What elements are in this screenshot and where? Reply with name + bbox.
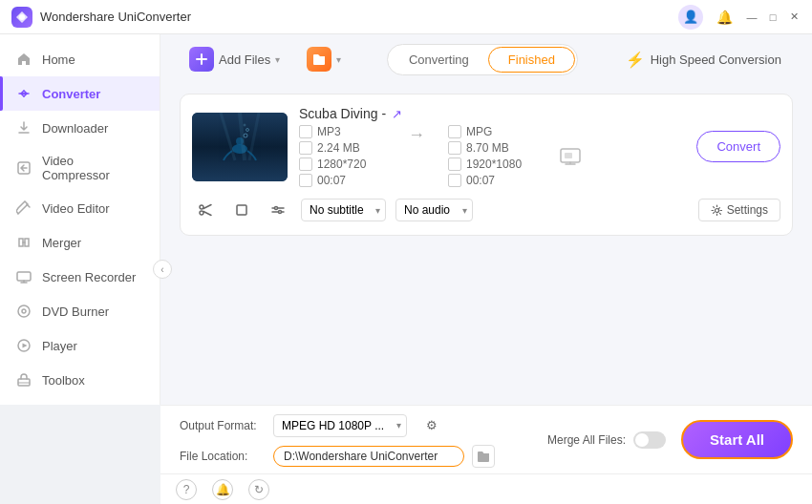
help-icon[interactable]: ? xyxy=(176,479,197,500)
source-format-text: MP3 xyxy=(317,125,341,138)
add-files-button[interactable]: Add Files ▾ xyxy=(180,41,289,77)
svg-rect-17 xyxy=(565,153,572,158)
target-dur-icon xyxy=(448,174,461,187)
sidebar-label-downloader: Downloader xyxy=(42,121,108,136)
format-settings-button[interactable]: ⚙ xyxy=(418,412,445,439)
folder-browse-button[interactable] xyxy=(472,445,495,468)
sidebar-item-video-compressor[interactable]: Video Compressor xyxy=(0,145,160,191)
editor-icon xyxy=(15,200,32,217)
compressor-icon xyxy=(15,159,32,177)
svg-point-24 xyxy=(279,211,282,214)
add-folder-button[interactable]: ▾ xyxy=(297,41,351,77)
scissors-button[interactable] xyxy=(192,197,219,223)
external-link-icon: ↗ xyxy=(392,107,402,121)
sidebar-label-toolbox: Toolbox xyxy=(42,373,85,388)
source-meta: MP3 2.24 MB 1280*720 xyxy=(299,125,385,187)
add-files-icon xyxy=(189,47,214,72)
audio-select[interactable]: No audio xyxy=(395,199,473,221)
home-icon xyxy=(15,51,32,68)
sidebar-label-converter: Converter xyxy=(42,87,100,101)
titlebar: Wondershare UniConverter 👤 🔔 — □ ✕ xyxy=(0,0,812,34)
sidebar-wrapper: Home Converter Downloader Video Compress… xyxy=(0,34,160,504)
sidebar-item-dvd-burner[interactable]: DVD Burner xyxy=(0,294,160,328)
merge-toggle[interactable] xyxy=(633,431,666,449)
target-size-icon xyxy=(448,141,461,155)
svg-rect-20 xyxy=(237,205,246,215)
convert-button[interactable]: Convert xyxy=(696,131,780,162)
status-bar: ? 🔔 ↻ xyxy=(160,473,812,504)
format-select-wrapper: MPEG HD 1080P ... xyxy=(273,414,407,437)
output-format-select[interactable]: MPEG HD 1080P ... xyxy=(273,414,407,437)
refresh-icon[interactable]: ↻ xyxy=(248,479,269,500)
sidebar-collapse-btn[interactable]: ‹ xyxy=(153,260,172,279)
target-size-text: 8.70 MB xyxy=(466,141,509,155)
svg-point-4 xyxy=(22,309,26,313)
svg-point-0 xyxy=(19,14,25,20)
subtitle-select-wrapper: No subtitle xyxy=(301,199,386,221)
target-format: MPG xyxy=(448,125,534,138)
minimize-button[interactable]: — xyxy=(745,10,759,24)
target-size: 8.70 MB xyxy=(448,141,534,155)
add-files-chevron: ▾ xyxy=(275,54,280,65)
file-location-label: File Location: xyxy=(180,450,266,463)
window-controls: 👤 🔔 — □ ✕ xyxy=(678,4,801,31)
close-button[interactable]: ✕ xyxy=(787,10,801,24)
sidebar-item-converter[interactable]: Converter xyxy=(0,76,160,111)
start-all-button[interactable]: Start All xyxy=(681,420,793,459)
device-icon-area xyxy=(549,125,591,187)
file-actions-row: No subtitle No audio Settings xyxy=(192,197,780,223)
notification-button[interactable]: 🔔 xyxy=(711,4,737,31)
user-button[interactable]: 👤 xyxy=(678,5,703,30)
target-format-text: MPG xyxy=(466,125,492,138)
source-duration-text: 00:07 xyxy=(317,174,346,187)
sidebar-item-toolbox[interactable]: Toolbox xyxy=(0,363,160,397)
screen-recorder-icon xyxy=(15,268,32,285)
file-main-row: Scuba Diving - ↗ MP3 xyxy=(192,106,780,187)
finished-tab[interactable]: Finished xyxy=(488,47,575,73)
svg-point-23 xyxy=(275,207,278,210)
audio-select-wrapper: No audio xyxy=(395,199,473,221)
add-files-label: Add Files xyxy=(219,52,270,67)
sidebar-label-dvd-burner: DVD Burner xyxy=(42,304,109,319)
source-duration: 00:07 xyxy=(299,174,385,187)
svg-rect-2 xyxy=(17,272,31,281)
source-size-text: 2.24 MB xyxy=(317,141,360,155)
merge-label: Merge All Files: xyxy=(547,433,626,447)
settings-label: Settings xyxy=(727,203,768,217)
bell-icon[interactable]: 🔔 xyxy=(212,479,233,500)
maximize-button[interactable]: □ xyxy=(766,10,780,24)
speed-conversion-button[interactable]: ⚡ High Speed Conversion xyxy=(614,46,793,74)
sidebar-item-merger[interactable]: Merger xyxy=(0,225,160,260)
source-format: MP3 xyxy=(299,125,385,138)
file-location-line: File Location: xyxy=(180,445,532,468)
output-format-label: Output Format: xyxy=(180,419,266,432)
crop-button[interactable] xyxy=(228,197,255,223)
sidebar-item-screen-recorder[interactable]: Screen Recorder xyxy=(0,260,160,294)
sidebar-item-video-editor[interactable]: Video Editor xyxy=(0,191,160,225)
file-title: Scuba Diving - ↗ xyxy=(299,106,685,121)
source-resolution-text: 1280*720 xyxy=(317,158,366,171)
sidebar-label-screen-recorder: Screen Recorder xyxy=(42,270,136,284)
sidebar-item-player[interactable]: Player xyxy=(0,328,160,363)
dvd-burner-icon xyxy=(15,303,32,320)
effects-button[interactable] xyxy=(265,197,291,223)
add-folder-icon xyxy=(307,47,331,72)
target-format-icon xyxy=(448,125,461,138)
sidebar-item-home[interactable]: Home xyxy=(0,42,160,76)
file-meta: MP3 2.24 MB 1280*720 xyxy=(299,125,685,187)
target-meta: MPG 8.70 MB 1920*1080 xyxy=(448,125,534,187)
settings-button[interactable]: Settings xyxy=(698,199,780,221)
downloader-icon xyxy=(15,119,32,136)
thumbnail-inner xyxy=(192,113,288,181)
main-area: Add Files ▾ ▾ Converting Finished ⚡ High… xyxy=(160,34,812,504)
sidebar-item-downloader[interactable]: Downloader xyxy=(0,111,160,145)
converting-tab[interactable]: Converting xyxy=(390,47,488,73)
source-size-icon xyxy=(299,141,312,155)
file-card: Scuba Diving - ↗ MP3 xyxy=(180,94,793,236)
source-format-icon xyxy=(299,125,312,138)
merger-icon xyxy=(15,234,32,251)
subtitle-select[interactable]: No subtitle xyxy=(301,199,386,221)
speed-conversion-label: High Speed Conversion xyxy=(651,52,781,67)
toolbar: Add Files ▾ ▾ Converting Finished ⚡ High… xyxy=(160,34,812,84)
file-location-input[interactable] xyxy=(273,446,464,467)
